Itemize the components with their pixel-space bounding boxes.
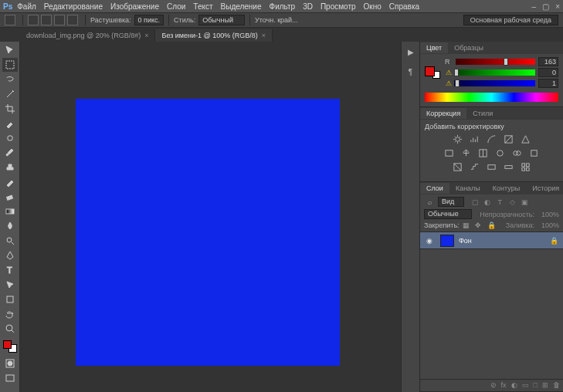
tab-styles[interactable]: Стили (466, 108, 499, 119)
new-layer-icon[interactable]: ⊞ (542, 381, 548, 390)
tab-color[interactable]: Цвет (420, 42, 448, 53)
document-tab[interactable]: Без имени-1 @ 100% (RGB/8) × (155, 29, 273, 42)
g-slider[interactable] (454, 69, 535, 76)
search-icon[interactable]: ⌕ (424, 198, 435, 206)
lasso-tool[interactable] (2, 73, 18, 86)
opacity-value[interactable]: 100% (538, 211, 559, 218)
levels-icon[interactable] (469, 133, 480, 144)
mask-icon[interactable]: ◐ (511, 381, 517, 390)
gradient-tool[interactable] (2, 204, 18, 218)
play-icon[interactable]: ▶ (405, 46, 417, 57)
menu-edit[interactable]: Редактирование (44, 2, 103, 11)
selection-new-icon[interactable] (28, 15, 39, 25)
close-button[interactable]: × (555, 2, 560, 11)
selection-add-icon[interactable] (41, 15, 52, 25)
fx-icon[interactable]: fx (501, 381, 507, 390)
lookup-icon[interactable] (528, 147, 540, 158)
document-tab[interactable]: download_img.png @ 20% (RGB/8#) × (20, 29, 155, 42)
tab-paths[interactable]: Контуры (487, 183, 526, 194)
refine-edge-button[interactable]: Уточн. край... (255, 16, 298, 24)
tab-channels[interactable]: Каналы (449, 183, 487, 194)
marquee-tool-icon[interactable] (5, 15, 15, 25)
color-swatches[interactable] (2, 340, 18, 353)
close-tab-icon[interactable]: × (262, 32, 266, 39)
quick-mask-tool[interactable] (2, 357, 18, 370)
brush-tool[interactable] (2, 146, 18, 160)
canvas-area[interactable] (20, 42, 401, 392)
threshold-icon[interactable] (486, 161, 497, 172)
exposure-icon[interactable] (503, 133, 514, 144)
hand-tool[interactable] (2, 307, 18, 321)
foreground-color-swatch[interactable] (3, 340, 12, 349)
g-value[interactable]: 0 (538, 68, 558, 77)
fgcolor-swatch[interactable] (425, 66, 435, 76)
menu-window[interactable]: Окно (364, 2, 382, 11)
menu-layer[interactable]: Слои (167, 2, 185, 11)
menu-view[interactable]: Просмотр (321, 2, 356, 11)
feather-field[interactable]: 0 пикс. (134, 15, 164, 25)
selective-color-icon[interactable] (520, 161, 531, 172)
spectrum-strip[interactable] (425, 93, 558, 102)
paragraph-icon[interactable]: ¶ (405, 66, 417, 77)
filter-smart-icon[interactable]: ▣ (520, 198, 529, 207)
menu-help[interactable]: Справка (389, 2, 419, 11)
menu-file[interactable]: Файл (17, 2, 36, 11)
eyedropper-tool[interactable] (2, 117, 18, 130)
workspace-switcher[interactable]: Основная рабочая среда (463, 15, 558, 25)
path-select-tool[interactable] (2, 278, 18, 292)
eraser-tool[interactable] (2, 190, 18, 204)
lock-pixels-icon[interactable]: ▦ (463, 221, 472, 229)
bw-icon[interactable] (477, 147, 489, 158)
filter-type-icon[interactable]: T (495, 198, 504, 207)
lock-all-icon[interactable]: 🔒 (487, 221, 497, 229)
blend-mode-dropdown[interactable]: Обычные (424, 209, 472, 219)
invert-icon[interactable] (452, 161, 463, 172)
dodge-tool[interactable] (2, 234, 18, 248)
b-slider[interactable] (454, 80, 535, 86)
color-swatch-pair[interactable] (425, 66, 442, 80)
channel-mixer-icon[interactable] (511, 147, 523, 158)
r-value[interactable]: 163 (538, 57, 558, 66)
r-slider[interactable] (456, 59, 535, 65)
fill-value[interactable]: 100% (538, 221, 559, 229)
lock-position-icon[interactable]: ✥ (475, 221, 484, 229)
history-brush-tool[interactable] (2, 175, 18, 189)
gradient-map-icon[interactable] (503, 161, 514, 172)
marquee-tool[interactable] (2, 58, 18, 72)
photo-filter-icon[interactable] (494, 147, 506, 158)
delete-layer-icon[interactable]: 🗑 (553, 381, 560, 390)
selection-int-icon[interactable] (67, 15, 78, 25)
canvas[interactable] (76, 99, 340, 366)
tab-adjustments[interactable]: Коррекция (420, 108, 466, 119)
group-icon[interactable]: □ (534, 381, 538, 390)
vibrance-icon[interactable] (520, 133, 531, 144)
filter-shape-icon[interactable]: ◇ (507, 198, 517, 207)
shape-tool[interactable] (2, 292, 18, 306)
filter-adjust-icon[interactable]: ◐ (483, 198, 492, 207)
stamp-tool[interactable] (2, 161, 18, 174)
zoom-tool[interactable] (2, 322, 18, 336)
menu-text[interactable]: Текст (193, 2, 212, 11)
move-tool[interactable] (2, 43, 18, 57)
pen-tool[interactable] (2, 248, 18, 262)
brightness-icon[interactable] (452, 133, 463, 144)
tab-layers[interactable]: Слои (420, 183, 449, 194)
restore-button[interactable]: ▢ (542, 2, 549, 11)
wand-tool[interactable] (2, 87, 18, 101)
menu-image[interactable]: Изображение (110, 2, 159, 11)
curves-icon[interactable] (486, 133, 497, 144)
b-value[interactable]: 1 (538, 79, 558, 88)
tab-history[interactable]: История (526, 183, 563, 194)
fill-adjust-icon[interactable]: ▭ (522, 381, 529, 390)
menu-select[interactable]: Выделение (221, 2, 262, 11)
close-tab-icon[interactable]: × (144, 32, 148, 39)
type-tool[interactable]: T (2, 263, 18, 277)
posterize-icon[interactable] (469, 161, 480, 172)
menu-filter[interactable]: Фильтр (270, 2, 296, 11)
visibility-icon[interactable]: ◉ (423, 237, 436, 245)
selection-sub-icon[interactable] (54, 15, 65, 25)
hue-icon[interactable] (443, 147, 455, 158)
layer-name[interactable]: Фон (459, 237, 550, 245)
layer-thumbnail[interactable] (440, 235, 454, 247)
minimize-button[interactable]: – (532, 2, 537, 11)
